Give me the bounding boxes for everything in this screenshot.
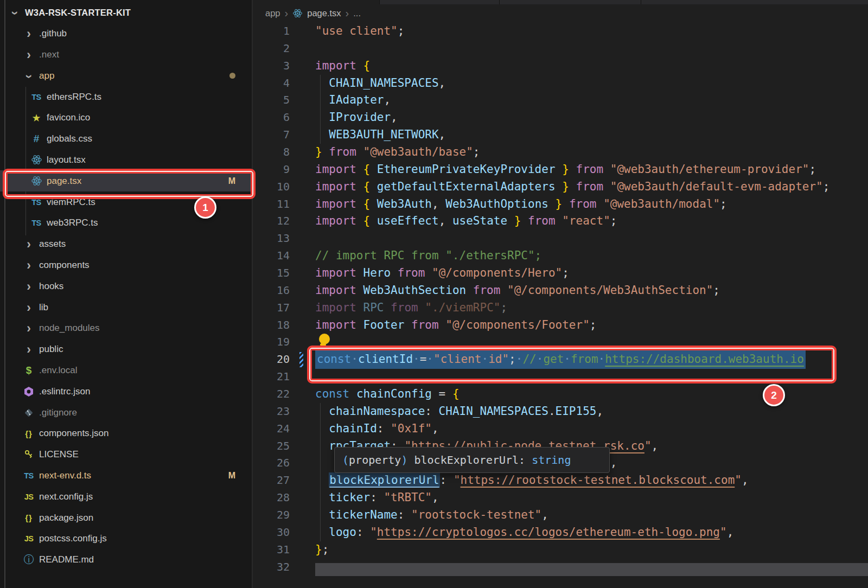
line-number[interactable]: 31 xyxy=(253,541,290,559)
code-line-27[interactable]: 27 blockExplorerUrl: "https://rootstock-… xyxy=(253,472,868,489)
lightbulb-icon[interactable] xyxy=(319,334,330,344)
code-line-29[interactable]: 29 tickerName: "rootstock-testnet", xyxy=(253,507,868,524)
line-number[interactable]: 19 xyxy=(253,334,290,351)
tree-item-postcss-config-js[interactable]: JSpostcss.config.js xyxy=(0,528,252,549)
code-line-16[interactable]: 16import Web3AuthSection from "@/compone… xyxy=(253,282,868,299)
code-line-8[interactable]: 8} from "@web3auth/base"; xyxy=(253,144,868,161)
tree-item-license[interactable]: LICENSE xyxy=(0,444,252,465)
code-line-6[interactable]: 6 IProvider, xyxy=(253,109,868,126)
line-number[interactable]: 12 xyxy=(253,213,290,230)
chevron-right-icon: › xyxy=(22,259,36,272)
code-line-11[interactable]: 11import { Web3Auth, Web3AuthOptions } f… xyxy=(253,196,868,213)
line-number[interactable]: 15 xyxy=(253,265,290,282)
breadcrumb-file[interactable]: page.tsx xyxy=(307,8,341,18)
line-number[interactable]: 7 xyxy=(253,126,290,144)
line-number[interactable]: 24 xyxy=(253,420,290,438)
line-number[interactable]: 22 xyxy=(253,386,290,403)
code-line-12[interactable]: 12import { useEffect, useState } from "r… xyxy=(253,213,868,230)
line-number[interactable]: 5 xyxy=(253,92,290,109)
editor-tab[interactable] xyxy=(380,0,500,4)
line-number[interactable]: 32 xyxy=(253,559,290,576)
code-line-20[interactable]: 20const·clientId·=·"client·id";·//·get·f… xyxy=(253,351,868,368)
line-number[interactable]: 16 xyxy=(253,282,290,299)
line-number[interactable]: 11 xyxy=(253,196,290,213)
line-number[interactable]: 28 xyxy=(253,489,290,507)
tree-item-node-modules[interactable]: ›node_modules xyxy=(0,318,252,339)
code-line-7[interactable]: 7 WEB3AUTH_NETWORK, xyxy=(253,126,868,144)
code-line-17[interactable]: 17import RPC from "./viemRPC"; xyxy=(253,299,868,317)
tree-item-label: web3RPC.ts xyxy=(47,218,98,228)
tree-item-components-json[interactable]: {}components.json xyxy=(0,423,252,444)
code-line-5[interactable]: 5 IAdapter, xyxy=(253,92,868,109)
code-line-9[interactable]: 9import { EthereumPrivateKeyProvider } f… xyxy=(253,161,868,178)
line-number[interactable]: 26 xyxy=(253,455,290,472)
tree-item-app[interactable]: ›app xyxy=(0,65,252,86)
code-line-18[interactable]: 18import Footer from "@/components/Foote… xyxy=(253,317,868,334)
line-number[interactable]: 18 xyxy=(253,317,290,334)
editor-pane: app › page.tsx › ... 1"use client";23imp… xyxy=(253,0,868,588)
code-line-1[interactable]: 1"use client"; xyxy=(253,23,868,40)
tree-item-components[interactable]: ›components xyxy=(0,255,252,276)
tree-item--next[interactable]: ›.next xyxy=(0,44,252,66)
line-number[interactable]: 29 xyxy=(253,507,290,524)
tree-item-hooks[interactable]: ›hooks xyxy=(0,276,252,297)
line-number[interactable]: 2 xyxy=(253,40,290,57)
line-number[interactable]: 14 xyxy=(253,247,290,265)
tree-item-layout-tsx[interactable]: layout.tsx xyxy=(0,150,252,171)
tree-item--gitignore[interactable]: .gitignore xyxy=(0,402,252,423)
editor-tab[interactable] xyxy=(253,0,380,4)
line-number[interactable]: 3 xyxy=(253,57,290,75)
tree-item--github[interactable]: ›.github xyxy=(0,23,252,44)
code-line-13[interactable]: 13 xyxy=(253,230,868,247)
line-number[interactable]: 27 xyxy=(253,472,290,489)
react-icon xyxy=(29,175,43,188)
line-number[interactable]: 23 xyxy=(253,403,290,420)
code-line-15[interactable]: 15import Hero from "@/components/Hero"; xyxy=(253,265,868,282)
line-number[interactable]: 20 xyxy=(253,351,290,368)
tree-item-package-json[interactable]: {}package.json xyxy=(0,507,252,528)
code-text: import { xyxy=(315,59,370,72)
tree-item-assets[interactable]: ›assets xyxy=(0,234,252,255)
code-line-10[interactable]: 10import { getDefaultExternalAdapters } … xyxy=(253,178,868,196)
line-number[interactable]: 1 xyxy=(253,23,290,40)
code-line-4[interactable]: 4 CHAIN_NAMESPACES, xyxy=(253,75,868,92)
tree-item--eslintrc-json[interactable]: .eslintrc.json xyxy=(0,381,252,402)
code-line-3[interactable]: 3import { xyxy=(253,57,868,75)
editor-tab[interactable] xyxy=(641,0,868,4)
code-line-24[interactable]: 24 chainId: "0x1f", xyxy=(253,420,868,438)
tree-item-web3rpc-ts[interactable]: TSweb3RPC.ts xyxy=(0,213,252,234)
line-number[interactable]: 8 xyxy=(253,144,290,161)
editor-tab[interactable] xyxy=(500,0,641,4)
line-number[interactable]: 9 xyxy=(253,161,290,178)
breadcrumb-symbol[interactable]: ... xyxy=(353,8,361,18)
code-area[interactable]: 1"use client";23import {4 CHAIN_NAMESPAC… xyxy=(253,23,868,576)
tree-item-lib[interactable]: ›lib xyxy=(0,297,252,318)
code-line-2[interactable]: 2 xyxy=(253,40,868,57)
line-number[interactable]: 10 xyxy=(253,178,290,196)
tree-item-page-tsx[interactable]: page.tsxM xyxy=(0,170,252,191)
tree-item-next-config-js[interactable]: JSnext.config.js xyxy=(0,486,252,507)
tree-item-globals-css[interactable]: #globals.css xyxy=(0,129,252,150)
tree-item-public[interactable]: ›public xyxy=(0,339,252,360)
line-number[interactable]: 21 xyxy=(253,368,290,386)
code-line-21[interactable]: 21 xyxy=(253,368,868,386)
line-number[interactable]: 25 xyxy=(253,438,290,455)
code-line-19[interactable]: 19 xyxy=(253,334,868,351)
code-line-28[interactable]: 28 ticker: "tRBTC", xyxy=(253,489,868,507)
code-line-30[interactable]: 30 logo: "https://cryptologos.cc/logos/e… xyxy=(253,524,868,541)
tree-item-favicon-ico[interactable]: ★favicon.ico xyxy=(0,107,252,129)
tree-item-w3a-rsk-starter-kit[interactable]: ›W3A-RSK-STARTER-KIT xyxy=(0,2,252,23)
tree-item-next-env-d-ts[interactable]: TSnext-env.d.tsM xyxy=(0,465,252,487)
tree-item-readme-md[interactable]: ⓘREADME.md xyxy=(0,549,252,571)
line-number[interactable]: 30 xyxy=(253,524,290,541)
line-number[interactable]: 6 xyxy=(253,109,290,126)
tree-item-ethersrpc-ts[interactable]: TSethersRPC.ts xyxy=(0,86,252,107)
code-line-31[interactable]: 31}; xyxy=(253,541,868,559)
line-number[interactable]: 4 xyxy=(253,75,290,92)
code-text: import { Web3Auth, Web3AuthOptions } fro… xyxy=(315,197,727,210)
code-line-14[interactable]: 14// import RPC from "./ethersRPC"; xyxy=(253,247,868,265)
line-number[interactable]: 17 xyxy=(253,299,290,317)
breadcrumb-folder[interactable]: app xyxy=(265,8,280,18)
tree-item--env-local[interactable]: $.env.local xyxy=(0,360,252,381)
line-number[interactable]: 13 xyxy=(253,230,290,247)
